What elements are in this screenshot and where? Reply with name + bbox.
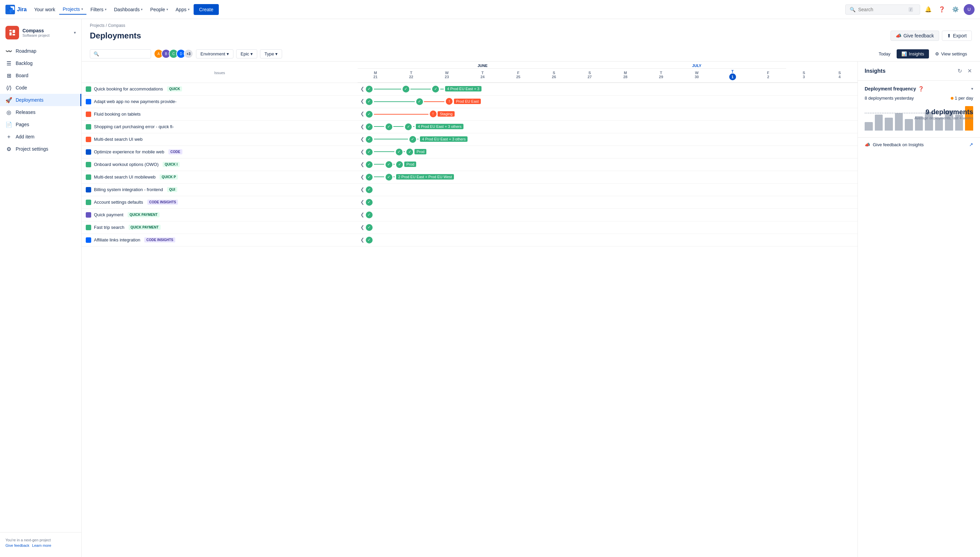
sidebar-label-pages: Pages <box>16 122 29 127</box>
nav-projects[interactable]: Projects ▾ <box>59 5 87 15</box>
issue-name[interactable]: Multi-dest search UI web <box>94 137 142 142</box>
breadcrumb-projects[interactable]: Projects <box>90 23 105 28</box>
table-row: Onboard workout options (OWO) QUICK I ❮ … <box>82 158 858 171</box>
page-header: Deployments 📣 Give feedback ⬆ Export <box>82 28 980 46</box>
settings-button[interactable]: ⚙️ <box>950 4 961 15</box>
chevron-icon[interactable]: ❮ <box>360 98 364 104</box>
day-27: S27 <box>572 69 608 83</box>
chevron-icon[interactable]: ❮ <box>360 237 364 242</box>
issue-type-icon <box>86 124 91 130</box>
project-header[interactable]: Compass Software project ▾ <box>0 23 81 45</box>
filters-chevron-icon: ▾ <box>105 8 106 11</box>
chevron-icon[interactable]: ❮ <box>360 111 364 116</box>
timeline-cell: ❮ ✓ ✓ 2 Prod EU East + Prod EU West <box>358 171 858 183</box>
create-button[interactable]: Create <box>194 4 219 15</box>
nav-your-work[interactable]: Your work <box>31 5 59 14</box>
issue-name[interactable]: Onboard workout options (OWO) <box>94 162 158 167</box>
type-filter[interactable]: Type ▾ <box>260 49 282 59</box>
help-button[interactable]: ❓ <box>936 4 947 15</box>
footer-give-feedback[interactable]: Give feedback <box>5 543 29 547</box>
timeline-cell: ❮ ✓ ✓ 4 Prod EU East + 3 others <box>358 133 858 145</box>
sidebar-item-pages[interactable]: 📄 Pages <box>0 118 81 130</box>
refresh-button[interactable]: ↻ <box>956 67 963 75</box>
give-feedback-button[interactable]: 📣 Give feedback <box>890 31 939 41</box>
sidebar-label-deployments: Deployments <box>16 97 44 103</box>
nav-people[interactable]: People ▾ <box>147 5 172 14</box>
chevron-icon[interactable]: ❮ <box>360 174 364 179</box>
close-insights-button[interactable]: ✕ <box>966 67 973 75</box>
chart-bar-1 <box>875 115 883 130</box>
svg-rect-3 <box>13 30 15 33</box>
insights-button[interactable]: 📊 Insights <box>897 49 929 59</box>
issue-name[interactable]: Account settings defaults <box>94 200 143 205</box>
chevron-icon[interactable]: ❮ <box>360 161 364 167</box>
chevron-icon[interactable]: ❮ <box>360 136 364 142</box>
nav-dashboards[interactable]: Dashboards ▾ <box>111 5 146 14</box>
sidebar-item-board[interactable]: ⊞ Board <box>0 69 81 81</box>
line <box>374 164 384 164</box>
issue-search-input[interactable] <box>101 51 145 57</box>
settings-sliders-icon: ⚙ <box>935 51 939 57</box>
chevron-icon[interactable]: ❮ <box>360 212 364 217</box>
view-settings-button[interactable]: ⚙ View settings <box>930 49 972 59</box>
issue-type-icon <box>86 149 91 155</box>
dep-rate: 1 per day <box>951 96 973 101</box>
issue-cell: Account settings defaults CODE INSIGHTS <box>82 196 358 208</box>
search-box[interactable]: 🔍 / <box>845 5 920 15</box>
issue-name[interactable]: Adapt web app no new payments provide- <box>94 99 176 104</box>
issue-name[interactable]: Shopping cart purchasing error - quick f… <box>94 124 174 129</box>
avatar-count[interactable]: +3 <box>184 49 193 59</box>
deploy-dot-success3: ✓ <box>432 86 439 93</box>
toolbar-search[interactable]: 🔍 <box>90 49 151 59</box>
nav-filters[interactable]: Filters ▾ <box>87 5 110 14</box>
sidebar-item-code[interactable]: ⟨/⟩ Code <box>0 81 81 94</box>
day-30: W30 <box>679 69 715 83</box>
chevron-icon[interactable]: ❮ <box>360 148 364 154</box>
issue-name[interactable]: Multi-dest search UI mobileweb <box>94 174 155 179</box>
issue-name[interactable]: Optimize experience for mobile web <box>94 149 164 155</box>
sidebar-item-roadmap[interactable]: 〰️ Roadmap <box>0 45 81 57</box>
deploy-dot-success: ✓ <box>366 199 372 206</box>
issue-name[interactable]: Fluid booking on tablets <box>94 112 140 117</box>
sidebar-item-backlog[interactable]: ☰ Backlog <box>0 57 81 69</box>
deploy-dot-success: ✓ <box>366 124 372 130</box>
timeline-cell: ❮ ✓ ! Staging <box>358 108 858 121</box>
issue-name[interactable]: Billing system integration - frontend <box>94 187 163 192</box>
export-button[interactable]: ⬆ Export <box>942 31 972 41</box>
issue-name[interactable]: Fast trip search <box>94 225 124 230</box>
sidebar-item-settings[interactable]: ⚙ Project settings <box>0 143 81 155</box>
sidebar-item-releases[interactable]: ◎ Releases <box>0 106 81 118</box>
chevron-icon[interactable]: ❮ <box>360 124 364 129</box>
sidebar-item-add[interactable]: ＋ Add item <box>0 130 81 143</box>
external-link-icon[interactable]: ↗ <box>969 142 973 147</box>
user-avatar[interactable]: U <box>964 4 975 15</box>
day-28: M28 <box>608 69 643 83</box>
breadcrumb-compass[interactable]: Compass <box>108 23 125 28</box>
svg-rect-1 <box>10 30 11 32</box>
notifications-button[interactable]: 🔔 <box>923 4 934 15</box>
chevron-icon[interactable]: ❮ <box>360 199 364 204</box>
chevron-icon[interactable]: ❮ <box>360 186 364 192</box>
sidebar-item-deployments[interactable]: 🚀 Deployments <box>0 94 81 106</box>
app-logo[interactable]: Jira <box>5 5 26 14</box>
issue-name[interactable]: Quick payment <box>94 212 124 217</box>
timeline-cell: ❮ ✓ <box>358 221 858 234</box>
today-button[interactable]: Today <box>874 49 895 59</box>
timeline-cell: ❮ ✓ ✓ ✓ Prod <box>358 158 858 171</box>
sidebar-label-code: Code <box>16 85 27 90</box>
env-badge: 4 Prod EU East + 3 <box>445 86 481 91</box>
issue-name[interactable]: Affiliate links integration <box>94 237 140 243</box>
chevron-icon[interactable]: ❮ <box>360 224 364 230</box>
dep-freq-chevron-icon[interactable]: ▾ <box>971 86 973 91</box>
july-header: JULY <box>608 62 786 69</box>
issue-name[interactable]: Quick booking for accommodations <box>94 86 163 91</box>
chevron-icon[interactable]: ❮ <box>360 86 364 91</box>
nav-apps[interactable]: Apps ▾ <box>172 5 193 14</box>
footer-learn-more[interactable]: Learn more <box>32 543 51 547</box>
help-icon[interactable]: ❓ <box>918 86 924 91</box>
chart-big-number: 9 deployments <box>914 108 973 116</box>
environment-filter[interactable]: Environment ▾ <box>196 49 234 59</box>
timeline-cell: ❮ ✓ ✓ ✓ Prod <box>358 145 858 158</box>
search-input[interactable] <box>858 7 906 12</box>
epic-filter[interactable]: Epic ▾ <box>236 49 257 59</box>
